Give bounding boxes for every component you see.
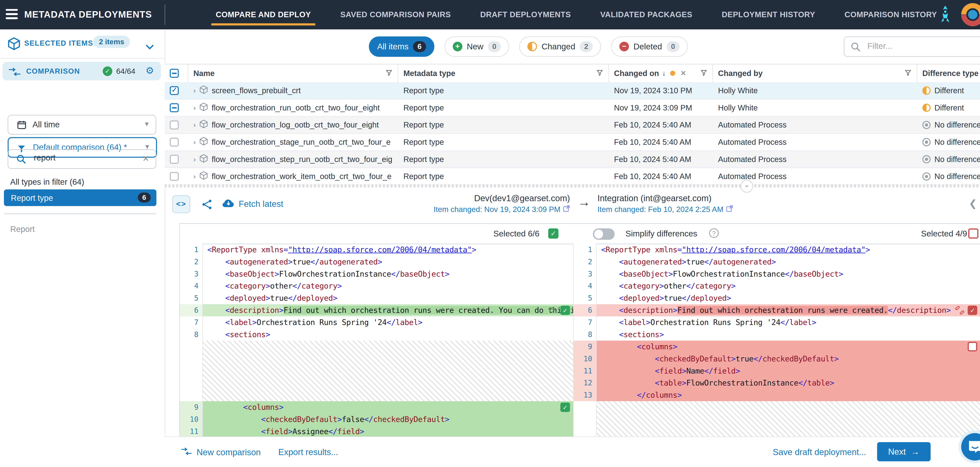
line-number: 13 — [574, 389, 597, 401]
changed-on-filter-funnel-icon[interactable] — [700, 70, 707, 78]
expand-chevron-icon[interactable]: › — [194, 121, 196, 129]
tab-draft-deployments[interactable]: DRAFT DEPLOYMENTS — [480, 10, 571, 19]
metadata-filter-funnel-icon[interactable] — [596, 70, 603, 78]
item-changed-on: Nov 19, 2024 3:10 PM — [609, 86, 713, 95]
chevron-down-icon[interactable] — [146, 40, 154, 52]
row-checkbox[interactable] — [170, 86, 179, 95]
hamburger-menu-icon[interactable] — [6, 9, 18, 20]
item-name: flow_orchestration_log_ootb_crt_two_four… — [212, 121, 379, 129]
type-search-input[interactable] — [33, 152, 137, 163]
column-header-changed-by[interactable]: Changed by — [718, 69, 763, 78]
comparison-section[interactable]: COMPARISON ✓ 64/64 ⚙ — [3, 62, 161, 80]
search-icon — [16, 154, 26, 166]
table-filter-input[interactable] — [866, 41, 980, 51]
source-env-name: Dev(dev1@gearset.com) — [434, 193, 570, 203]
different-icon — [923, 86, 931, 95]
tab-comparison-history[interactable]: COMPARISON HISTORY — [845, 10, 937, 19]
expand-chevron-icon[interactable]: › — [194, 104, 196, 112]
item-difference: No difference — [934, 172, 980, 181]
expand-chevron-icon[interactable]: › — [194, 172, 196, 180]
row-checkbox[interactable] — [170, 172, 179, 181]
item-name: flow_orchestration_step_run_ootb_crt_two… — [212, 155, 392, 164]
sidebar-item-report[interactable]: Report — [10, 224, 35, 234]
footer-bar: New comparison Export results... Save dr… — [165, 437, 980, 467]
sidebar-divider — [4, 213, 156, 214]
expand-chevron-icon[interactable]: › — [194, 138, 196, 146]
source-code-pane: 1<ReportType xmlns="http://soap.sforce.c… — [180, 244, 574, 437]
table-row[interactable]: ›flow_orchestration_step_run_ootb_crt_tw… — [165, 151, 980, 168]
rocket-icon[interactable] — [938, 5, 952, 25]
collapse-panel-button[interactable]: ⌄ — [740, 180, 753, 192]
include-change-checkbox[interactable]: ✓ — [968, 306, 977, 315]
horizontal-scrollbar[interactable] — [165, 184, 980, 187]
left-select-all-checkbox[interactable]: ✓ — [548, 229, 558, 238]
next-button[interactable]: Next→ — [877, 442, 931, 461]
clear-filter-icon[interactable]: ✕ — [680, 69, 686, 77]
name-filter-funnel-icon[interactable] — [385, 70, 393, 78]
row-checkbox[interactable] — [170, 155, 179, 164]
save-draft-deployment-button[interactable]: Save draft deployment... — [773, 447, 866, 457]
expand-chevron-icon[interactable]: › — [194, 87, 196, 95]
tab-saved-comparison-pairs[interactable]: SAVED COMPARISON PAIRS — [340, 10, 451, 19]
include-change-checkbox[interactable]: ✓ — [560, 403, 570, 412]
changed-icon — [527, 42, 537, 51]
column-header-changed-on[interactable]: Changed on — [614, 69, 659, 78]
changed-by-filter-funnel-icon[interactable] — [905, 70, 912, 78]
include-change-checkbox[interactable]: ✓ — [560, 306, 570, 315]
column-header-difference-type[interactable]: Difference type — [923, 69, 978, 78]
table-row[interactable]: ›flow_orchestration_log_ootb_crt_two_fou… — [165, 116, 980, 134]
previous-item-chevron[interactable]: ❮ — [969, 198, 977, 209]
nav-tabs: COMPARE AND DEPLOYSAVED COMPARISON PAIRS… — [216, 0, 937, 29]
sidebar-type-report-type[interactable]: Report type6 — [4, 189, 156, 206]
new-comparison-button[interactable]: New comparison — [181, 447, 261, 457]
row-checkbox[interactable] — [170, 121, 179, 129]
export-results-button[interactable]: Export results... — [278, 447, 338, 457]
column-header-name[interactable]: Name — [194, 69, 215, 78]
right-select-all-checkbox[interactable] — [968, 229, 978, 238]
target-item-changed-link[interactable]: Item changed: Feb 10, 2024 2:25 AM — [597, 205, 733, 214]
table-row[interactable]: ›flow_orchestration_stage_run_ootb_crt_t… — [165, 134, 980, 151]
pill-deleted[interactable]: −Deleted0 — [611, 37, 688, 57]
pill-all-items[interactable]: All items6 — [369, 37, 434, 57]
select-all-checkbox[interactable] — [170, 69, 179, 78]
diff-gap-hatch — [597, 401, 980, 437]
tab-deployment-history[interactable]: DEPLOYMENT HISTORY — [722, 10, 815, 19]
caret-down-icon: ▼ — [144, 121, 150, 128]
filter-search-icon — [851, 42, 861, 54]
gear-icon[interactable]: ⚙ — [145, 65, 154, 76]
simplify-differences-toggle[interactable] — [593, 229, 615, 240]
item-difference: No difference — [934, 155, 980, 164]
comparison-success-icon: ✓ — [103, 67, 112, 76]
item-changed-by: Automated Process — [713, 172, 917, 181]
tab-validated-packages[interactable]: VALIDATED PACKAGES — [600, 10, 692, 19]
code-view-button[interactable]: <> — [172, 195, 190, 213]
pill-changed[interactable]: Changed2 — [519, 37, 601, 57]
line-number: 6 — [180, 304, 203, 316]
column-header-metadata-type[interactable]: Metadata type — [403, 69, 455, 78]
include-change-checkbox[interactable] — [968, 342, 977, 351]
pill-new[interactable]: +New0 — [444, 37, 509, 57]
row-checkbox[interactable] — [170, 103, 179, 112]
no-difference-icon — [923, 121, 931, 129]
target-env-name: Integration (int@gearset.com) — [597, 193, 733, 203]
source-item-changed-link[interactable]: Item changed: Nov 19, 2024 3:09 PM — [434, 205, 570, 214]
line-number: 9 — [180, 401, 203, 413]
selected-items-section[interactable]: SELECTED ITEMS 2 items — [0, 29, 165, 59]
row-checkbox[interactable] — [170, 138, 179, 147]
share-icon[interactable] — [202, 199, 212, 212]
all-types-label[interactable]: All types in filter (64) — [10, 177, 84, 187]
package-icon — [199, 119, 208, 130]
source-environment: Dev(dev1@gearset.com) Item changed: Nov … — [434, 193, 570, 214]
time-filter-dropdown[interactable]: All time ▼ — [8, 115, 156, 134]
expand-chevron-icon[interactable]: › — [194, 155, 196, 164]
line-number: 7 — [574, 316, 597, 329]
fetch-latest-button[interactable]: Fetch latest — [222, 199, 283, 210]
clear-search-icon[interactable]: ✕ — [142, 154, 149, 164]
help-icon[interactable]: ? — [709, 229, 719, 238]
tab-compare-and-deploy[interactable]: COMPARE AND DEPLOY — [216, 10, 311, 19]
table-row[interactable]: ›screen_flows_prebuilt_crtReport typeNov… — [165, 82, 980, 100]
table-row[interactable]: ›flow_orchestration_run_ootb_crt_two_fou… — [165, 100, 980, 117]
user-avatar[interactable] — [961, 3, 980, 26]
table-body: ›screen_flows_prebuilt_crtReport typeNov… — [165, 82, 980, 185]
sort-descending-icon[interactable]: ↓ — [662, 69, 666, 77]
